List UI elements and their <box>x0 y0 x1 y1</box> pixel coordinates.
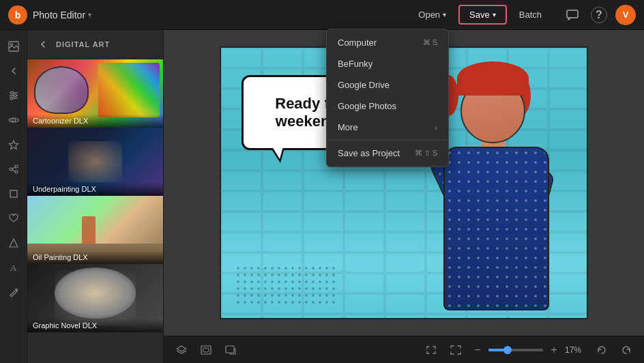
app-title: Photo Editor <box>33 10 85 20</box>
svg-point-11 <box>10 168 12 171</box>
svg-point-7 <box>14 94 16 97</box>
svg-marker-17 <box>10 239 18 247</box>
user-avatar[interactable]: V <box>615 5 636 25</box>
svg-rect-0 <box>567 10 578 18</box>
rotate-right-button[interactable] <box>617 340 636 360</box>
svg-rect-23 <box>235 265 337 306</box>
topbar-nav: Open ▾ Save ▾ Batch <box>409 5 551 25</box>
save-computer-option[interactable]: Computer ⌘ S <box>327 32 448 53</box>
svg-text:A: A <box>10 263 17 273</box>
svg-point-9 <box>12 119 15 122</box>
svg-rect-25 <box>203 348 209 352</box>
zoom-slider[interactable] <box>488 349 543 351</box>
left-toolbar: A <box>0 30 27 363</box>
batch-button[interactable]: Batch <box>510 6 551 23</box>
zoom-out-button[interactable]: − <box>471 344 484 356</box>
zoom-slider-fill <box>488 349 505 351</box>
zoom-slider-thumb[interactable] <box>503 346 512 354</box>
svg-line-14 <box>12 167 15 169</box>
save-dropdown: Computer ⌘ S BeFunky Google Drive Google… <box>326 29 449 167</box>
fullscreen-button[interactable] <box>446 340 465 360</box>
dropdown-divider <box>327 140 448 141</box>
svg-rect-26 <box>226 346 234 353</box>
app-title-caret[interactable]: ▾ <box>88 11 91 18</box>
image-tool[interactable] <box>3 35 25 57</box>
svg-point-8 <box>10 97 13 100</box>
help-icon-btn[interactable]: ? <box>591 7 607 23</box>
halftone-overlay <box>235 265 337 308</box>
main-layout: A DIGITAL ART Cartoonizer DLX Underp <box>0 30 644 363</box>
open-button[interactable]: Open ▾ <box>409 6 456 23</box>
topbar-icons: ? V <box>562 5 636 25</box>
save-googledrive-option[interactable]: Google Drive <box>327 74 448 96</box>
panels-sidebar: DIGITAL ART Cartoonizer DLX Underpaintin… <box>27 30 164 363</box>
save-googlephotos-option[interactable]: Google Photos <box>327 96 448 117</box>
resize-button[interactable] <box>221 340 240 360</box>
list-item[interactable]: Cartoonizer DLX <box>27 59 163 128</box>
svg-rect-24 <box>201 346 211 354</box>
save-befunky-option[interactable]: BeFunky <box>327 53 448 74</box>
svg-rect-16 <box>10 190 17 197</box>
heart-tool[interactable] <box>3 207 25 229</box>
svg-point-12 <box>15 165 18 168</box>
nodes-tool[interactable] <box>3 158 25 180</box>
star-tool[interactable] <box>3 134 25 156</box>
back-tool[interactable] <box>3 60 25 82</box>
svg-marker-10 <box>9 141 18 149</box>
save-as-project-option[interactable]: Save as Project ⌘ ⇧ S <box>327 143 448 164</box>
panels-header: DIGITAL ART <box>27 30 163 59</box>
layers-button[interactable] <box>172 340 191 360</box>
list-item[interactable]: Graphic Novel DLX <box>27 264 163 332</box>
save-more-option[interactable]: More › <box>327 117 448 138</box>
list-item[interactable]: Oil Painting DLX <box>27 196 163 264</box>
sliders-tool[interactable] <box>3 85 25 106</box>
svg-line-15 <box>12 170 15 171</box>
panels-grid: Cartoonizer DLX Underpainting DLX Oil Pa… <box>27 59 163 363</box>
text-tool[interactable]: A <box>3 257 25 278</box>
fit-screen-button[interactable] <box>422 340 441 360</box>
app-logo[interactable]: b <box>8 5 27 25</box>
zoom-controls: − + 17% <box>471 344 587 356</box>
sidebar-section-title: DIGITAL ART <box>56 40 110 48</box>
svg-point-2 <box>10 44 12 46</box>
chat-icon-btn[interactable] <box>562 5 583 25</box>
shape-tool[interactable] <box>3 232 25 254</box>
brush-tool[interactable] <box>3 281 25 303</box>
zoom-in-button[interactable]: + <box>547 344 561 356</box>
svg-point-13 <box>15 171 18 173</box>
zoom-percent: 17% <box>565 345 587 355</box>
rotate-left-button[interactable] <box>592 340 611 360</box>
save-button[interactable]: Save ▾ <box>458 5 507 25</box>
eye-tool[interactable] <box>3 109 25 131</box>
topbar: b Photo Editor ▾ Open ▾ Save ▾ Batch ? V <box>0 0 644 30</box>
crop-tool[interactable] <box>3 183 25 205</box>
bottom-bar: − + 17% <box>164 336 644 363</box>
list-item[interactable]: Underpainting DLX <box>27 128 163 196</box>
frames-button[interactable] <box>196 340 216 360</box>
svg-point-6 <box>11 91 14 94</box>
sidebar-back-button[interactable] <box>35 37 50 52</box>
